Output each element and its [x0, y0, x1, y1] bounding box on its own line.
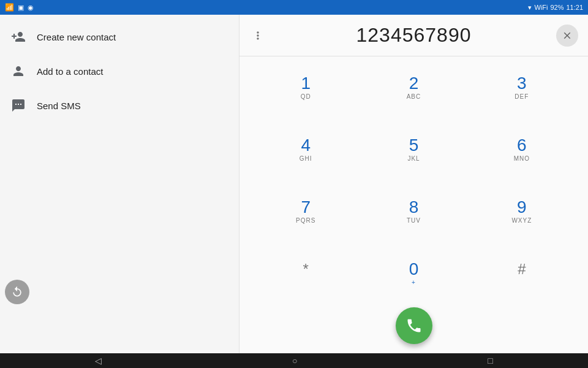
left-panel: Create new contact Add to a contact Send… — [0, 15, 239, 353]
dialer-clear-button[interactable] — [556, 25, 578, 47]
key-0-digit: 0 — [409, 261, 419, 278]
wifi-status-icon: WiFi — [534, 4, 548, 11]
keypad: 1 QD 2 ABC 3 DEF 4 GHI 5 JKL 6 MNO — [239, 56, 588, 304]
key-5[interactable]: 5 JKL — [360, 118, 467, 180]
key-6-digit: 6 — [517, 137, 527, 154]
create-contact-label: Create new contact — [37, 32, 116, 42]
add-to-contact-label: Add to a contact — [37, 66, 103, 77]
key-hash[interactable]: # — [468, 242, 576, 304]
key-7-digit: 7 — [301, 199, 311, 216]
battery-level: 92% — [550, 4, 564, 11]
key-7[interactable]: 7 PQRS — [252, 180, 360, 242]
key-8-digit: 8 — [409, 199, 419, 216]
key-star[interactable]: * — [252, 242, 360, 304]
key-1[interactable]: 1 QD — [252, 56, 360, 118]
time-display: 11:21 — [566, 4, 583, 11]
wifi-icon: 📶 — [5, 3, 14, 12]
dialer-menu-button[interactable] — [249, 27, 266, 44]
call-button-area — [239, 304, 588, 353]
key-9-digit: 9 — [517, 199, 527, 216]
add-to-contact-item[interactable]: Add to a contact — [0, 54, 239, 88]
app-icon-1: ▣ — [18, 4, 24, 12]
key-9-letters: WXYZ — [511, 217, 532, 224]
nav-recent-button[interactable]: □ — [488, 356, 492, 366]
key-5-letters: JKL — [407, 155, 420, 163]
main-content: Create new contact Add to a contact Send… — [0, 15, 588, 353]
key-6[interactable]: 6 MNO — [468, 118, 576, 180]
key-3-digit: 3 — [517, 75, 527, 92]
key-9[interactable]: 9 WXYZ — [468, 180, 576, 242]
key-hash-digit: # — [518, 262, 526, 277]
app-icon-2: ◉ — [28, 4, 34, 12]
nav-back-button[interactable]: ◁ — [95, 356, 102, 366]
key-2[interactable]: 2 ABC — [360, 56, 467, 118]
key-8-letters: TUV — [407, 217, 421, 224]
create-contact-item[interactable]: Create new contact — [0, 20, 239, 54]
person-icon — [10, 63, 27, 80]
key-6-letters: MNO — [514, 155, 530, 163]
person-add-icon — [10, 28, 27, 45]
key-2-digit: 2 — [409, 75, 419, 92]
call-button[interactable] — [396, 307, 432, 344]
key-1-letters: QD — [301, 93, 311, 101]
key-4-letters: GHI — [300, 155, 312, 163]
key-5-digit: 5 — [409, 137, 419, 154]
sms-icon — [10, 97, 27, 114]
dialer-header: 1234567890 — [239, 15, 588, 56]
key-4[interactable]: 4 GHI — [252, 118, 360, 180]
key-8[interactable]: 8 TUV — [360, 180, 467, 242]
status-bar: 📶 ▣ ◉ ▾ WiFi 92% 11:21 — [0, 0, 588, 15]
send-sms-item[interactable]: Send SMS — [0, 88, 239, 123]
nav-home-button[interactable]: ○ — [292, 356, 297, 366]
status-bar-left: 📶 ▣ ◉ — [5, 3, 34, 12]
status-bar-right: ▾ WiFi 92% 11:21 — [528, 4, 583, 12]
key-0[interactable]: 0 + — [360, 242, 467, 304]
key-1-digit: 1 — [301, 75, 311, 92]
signal-icon: ▾ — [528, 4, 532, 12]
key-7-letters: PQRS — [296, 217, 315, 224]
key-4-digit: 4 — [301, 137, 311, 154]
key-3[interactable]: 3 DEF — [468, 56, 576, 118]
key-star-digit: * — [303, 262, 308, 277]
dialer-number-display: 1234567890 — [271, 24, 556, 47]
key-2-letters: ABC — [407, 93, 421, 101]
send-sms-label: Send SMS — [37, 101, 81, 111]
nav-bar: ◁ ○ □ — [0, 353, 588, 368]
key-3-letters: DEF — [514, 93, 529, 101]
key-0-letters: + — [412, 279, 416, 286]
back-fab-button[interactable] — [5, 280, 29, 304]
dialer-panel: 1234567890 1 QD 2 ABC 3 DEF — [239, 15, 588, 353]
